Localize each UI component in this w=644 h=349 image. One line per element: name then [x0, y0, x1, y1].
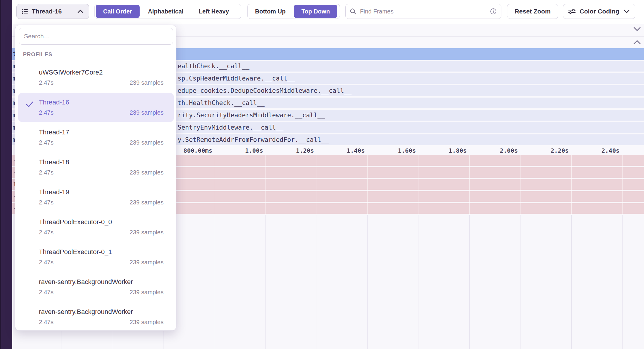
- sliders-icon: [568, 8, 576, 15]
- frame-label: rity.SecurityHeadersMiddleware.__call__: [178, 110, 325, 121]
- time-tick: 2.40s: [584, 147, 619, 154]
- chevron-up-icon: [77, 9, 84, 13]
- thread-selector-label: Thread-16: [32, 8, 73, 15]
- profile-samples: 239 samples: [130, 199, 164, 206]
- profile-duration: 2.47s: [39, 79, 54, 86]
- time-tick: 1.80s: [431, 147, 467, 154]
- profile-item[interactable]: ThreadPoolExecutor-0_1 2.47s239 samples: [18, 243, 174, 271]
- profiles-section-label: PROFILES: [23, 51, 52, 58]
- profile-samples: 239 samples: [130, 169, 164, 176]
- tab-left-heavy[interactable]: Left Heavy: [191, 5, 236, 18]
- profile-duration: 2.47s: [39, 319, 54, 326]
- profile-duration: 2.47s: [39, 109, 54, 116]
- tab-alphabetical[interactable]: Alphabetical: [141, 5, 191, 18]
- minimap-collapse-chevron-down-icon[interactable]: [633, 26, 642, 33]
- minimap-panel-divider: [12, 24, 644, 24]
- profile-samples: 239 samples: [130, 229, 164, 236]
- profile-item-selected[interactable]: Thread-16 2.47s239 samples: [18, 93, 174, 122]
- checkmark-icon: [25, 100, 34, 110]
- profile-name: uWSGIWorker7Core2: [39, 69, 164, 76]
- frame-label: ealthCheck.__call__: [178, 61, 249, 72]
- profile-name: raven-sentry.BackgroundWorker: [39, 278, 164, 286]
- profile-samples: 239 samples: [130, 79, 164, 86]
- find-frames-input[interactable]: [359, 8, 487, 15]
- profile-duration: 2.47s: [39, 259, 54, 266]
- profile-duration: 2.47s: [39, 139, 54, 146]
- profile-duration: 2.47s: [39, 289, 54, 296]
- profile-item[interactable]: raven-sentry.BackgroundWorker 2.47s239 s…: [18, 303, 174, 331]
- find-frames-box: [345, 4, 501, 19]
- frame-label: th.HealthCheck.__call__: [178, 98, 265, 108]
- profile-name: Thread-17: [39, 128, 164, 136]
- color-coding-label: Color Coding: [579, 8, 620, 15]
- frame-label: SentryEnvMiddleware.__call__: [178, 122, 283, 133]
- profile-name: Thread-19: [39, 188, 164, 196]
- time-tick: 2.20s: [533, 147, 569, 154]
- time-tick: 1.20s: [278, 147, 314, 154]
- tab-call-order[interactable]: Call Order: [96, 5, 140, 18]
- frame-label: edupe_cookies.DedupeCookiesMiddleware.__…: [178, 85, 352, 96]
- profile-item[interactable]: Thread-19 2.47s239 samples: [18, 183, 174, 212]
- tab-top-down[interactable]: Top Down: [294, 5, 337, 18]
- profile-samples: 239 samples: [130, 319, 164, 326]
- time-tick: 1.00s: [227, 147, 263, 154]
- frame-label: y.SetRemoteAddrFromForwardedFor.__call__: [178, 134, 329, 145]
- profile-name: raven-sentry.BackgroundWorker: [39, 308, 164, 316]
- direction-tabs: Bottom Up Top Down: [247, 4, 340, 19]
- profile-item[interactable]: Thread-18 2.47s239 samples: [18, 153, 174, 182]
- profile-name: ThreadPoolExecutor-0_0: [39, 218, 164, 226]
- profile-duration: 2.47s: [39, 199, 54, 206]
- flamegraph-collapse-chevron-up-icon[interactable]: [633, 40, 642, 46]
- profile-name: Thread-16: [39, 98, 164, 106]
- search-icon: [350, 8, 356, 15]
- time-tick: 2.00s: [482, 147, 518, 154]
- sort-order-tabs: Call Order Alphabetical Left Heavy: [94, 4, 241, 19]
- chevron-down-icon: [623, 9, 630, 13]
- profiler-screen: Thread-16 Call Order Alphabetical Left H…: [0, 0, 644, 349]
- profile-samples: 239 samples: [130, 109, 164, 116]
- time-tick: 1.40s: [329, 147, 365, 154]
- profile-item[interactable]: uWSGIWorker7Core2 2.47s239 samples: [18, 63, 174, 92]
- info-icon[interactable]: [490, 8, 497, 15]
- thread-list-icon: [22, 8, 28, 14]
- profile-duration: 2.47s: [39, 229, 54, 236]
- tab-bottom-up[interactable]: Bottom Up: [248, 5, 293, 18]
- profile-duration: 2.47s: [39, 169, 54, 176]
- reset-zoom-label: Reset Zoom: [515, 8, 550, 15]
- profile-item[interactable]: ThreadPoolExecutor-0_0 2.47s239 samples: [18, 213, 174, 242]
- profile-samples: 239 samples: [130, 289, 164, 296]
- frame-label: sp.CspHeaderMiddleware.__call__: [178, 73, 295, 84]
- profile-item[interactable]: raven-sentry.BackgroundWorker 2.47s239 s…: [18, 273, 174, 301]
- app-sidebar-strip: [0, 0, 12, 349]
- color-coding-button[interactable]: Color Coding: [563, 4, 635, 19]
- thread-selector-button[interactable]: Thread-16: [16, 4, 89, 19]
- time-tick: 1.60s: [380, 147, 416, 154]
- profile-samples: 239 samples: [130, 259, 164, 266]
- time-tick: 800.00ms: [176, 147, 212, 154]
- profiles-search-input[interactable]: [19, 28, 173, 45]
- profile-name: ThreadPoolExecutor-0_1: [39, 248, 164, 256]
- profile-item[interactable]: Thread-17 2.47s239 samples: [18, 123, 174, 152]
- profile-samples: 239 samples: [130, 139, 164, 146]
- profile-name: Thread-18: [39, 158, 164, 166]
- reset-zoom-button[interactable]: Reset Zoom: [507, 4, 558, 19]
- thread-selector-dropdown: PROFILES uWSGIWorker7Core2 2.47s239 samp…: [15, 25, 176, 331]
